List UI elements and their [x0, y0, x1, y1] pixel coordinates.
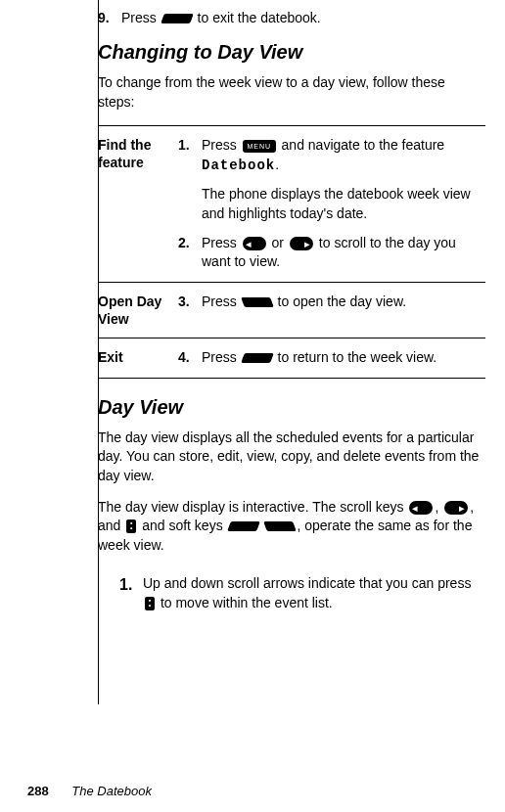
step-body: Press to open the day view.	[202, 293, 485, 312]
row-content: 3. Press to open the day view.	[178, 293, 485, 328]
intro-text: To change from the week view to a day vi…	[98, 73, 485, 112]
table-row-open-day-view: Open Day View 3. Press to open the day v…	[98, 282, 485, 338]
day-view-description: The day view displays all the scheduled …	[98, 429, 485, 486]
step-text: Press to exit the datebook.	[121, 10, 485, 25]
page-number: 288	[27, 784, 49, 798]
step-number: 1.	[119, 574, 135, 612]
steps-table: Find the feature 1. Press MENU and navig…	[98, 125, 485, 379]
menu-key-icon: MENU	[243, 140, 276, 153]
step-number: 4.	[178, 348, 194, 368]
step-9: 9. Press to exit the datebook.	[98, 10, 485, 25]
softkey-right-icon	[241, 297, 274, 307]
softkey-left-icon	[161, 14, 194, 23]
section-title-day-view: Day View	[98, 396, 485, 419]
step-3: 3. Press to open the day view.	[178, 293, 485, 312]
step-body: Press to return to the week view.	[202, 348, 485, 368]
row-label: Exit	[98, 348, 178, 368]
row-label: Open Day View	[98, 293, 178, 328]
step-number: 2.	[178, 234, 194, 272]
step-number: 3.	[178, 293, 194, 312]
step-body: Up and down scroll arrows indicate that …	[143, 574, 485, 612]
left-scroll-key-icon	[409, 501, 433, 515]
row-content: 1. Press MENU and navigate to the featur…	[178, 136, 485, 272]
nav-key-icon	[126, 519, 136, 533]
softkey-left-icon	[241, 353, 274, 363]
right-scroll-key-icon	[290, 237, 313, 250]
step-number: 9.	[98, 10, 114, 25]
section-title-changing-to-day-view: Changing to Day View	[98, 41, 485, 64]
step-1: 1. Press MENU and navigate to the featur…	[178, 136, 485, 223]
step-number: 1.	[178, 136, 194, 223]
step-4: 4. Press to return to the week view.	[178, 348, 485, 368]
row-label: Find the feature	[98, 136, 178, 272]
row-content: 4. Press to return to the week view.	[178, 348, 485, 368]
page-section-title: The Datebook	[71, 784, 152, 798]
softkey-right-icon	[264, 521, 298, 531]
feature-name: Datebook	[202, 158, 275, 173]
left-scroll-key-icon	[243, 237, 266, 250]
day-view-interactive-description: The day view display is interactive. The…	[98, 498, 485, 556]
step-body: Press or to scroll to the day you want t…	[202, 234, 485, 272]
step-body: Press MENU and navigate to the feature D…	[202, 136, 485, 223]
page-footer: 288 The Datebook	[27, 784, 152, 798]
step-extra-text: The phone displays the datebook week vie…	[202, 185, 485, 223]
softkey-left-icon	[227, 521, 260, 531]
table-row-exit: Exit 4. Press to return to the week view…	[98, 338, 485, 379]
nav-key-icon	[145, 597, 155, 610]
table-row-find-feature: Find the feature 1. Press MENU and navig…	[98, 125, 485, 282]
bottom-step-1: 1. Up and down scroll arrows indicate th…	[119, 574, 485, 612]
right-scroll-key-icon	[444, 501, 468, 515]
step-2: 2. Press or to scroll to the day you wan…	[178, 234, 485, 272]
